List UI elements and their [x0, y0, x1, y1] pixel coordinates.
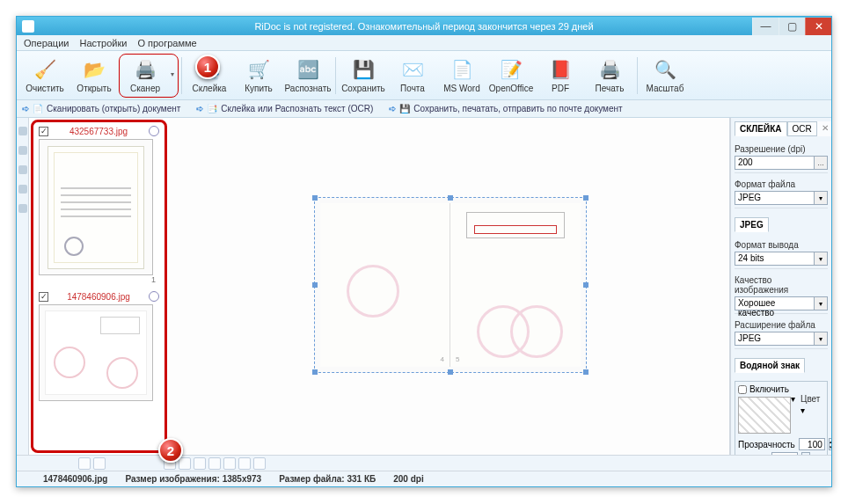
preview-canvas[interactable]: 4 5 — [169, 118, 730, 455]
thumbnail-panel: ✓ 432567733.jpg 1 ✓ 1478460906.jpg — [31, 120, 167, 453]
resize-handle[interactable] — [312, 369, 318, 375]
opacity-input[interactable] — [799, 438, 825, 450]
output-format-select[interactable]: 24 bits — [735, 252, 815, 266]
thumbnail-item[interactable]: ✓ 432567733.jpg 1 — [33, 122, 164, 288]
openoffice-button[interactable]: 📝OpenOffice — [486, 54, 536, 98]
left-tool-strip — [17, 118, 29, 455]
pdf-icon: 📕 — [549, 58, 572, 81]
ocr-button[interactable]: 🔤Распознать — [283, 54, 333, 98]
properties-panel: СКЛЕЙКА OCR ✕ Разрешение (dpi) 200… Форм… — [730, 118, 831, 455]
mail-button[interactable]: ✉️Почта — [388, 54, 437, 98]
title-bar[interactable]: RiDoc is not registered. Ознакомительный… — [17, 17, 831, 35]
hint-scan: Сканировать (открыть) документ — [47, 104, 180, 113]
format-label: Формат файла — [735, 179, 828, 189]
resize-handle[interactable] — [583, 369, 588, 375]
chevron-down-icon[interactable]: ▾ — [791, 394, 795, 431]
buy-button[interactable]: 🛒Купить — [234, 54, 283, 98]
main-toolbar: 🧹Очистить 📂Открыть 🖨️Сканер▾ 📑Склейка 🛒К… — [17, 51, 831, 100]
tool-icon[interactable] — [179, 457, 191, 470]
scanner-icon: 🖨️ — [134, 58, 157, 81]
watermark-pattern[interactable] — [738, 397, 791, 434]
brightness-icon[interactable] — [149, 291, 159, 302]
hint-save: Сохранить, печатать, отправить по почте … — [413, 104, 622, 113]
quality-select[interactable]: Хорошее качество — [735, 296, 815, 310]
side-tool-icon[interactable] — [18, 165, 27, 174]
scanner-button[interactable]: 🖨️Сканер▾ — [119, 54, 179, 98]
format-select[interactable]: JPEG — [735, 191, 815, 205]
tab-jpeg[interactable]: JPEG — [735, 217, 769, 232]
dpi-input[interactable]: 200 — [735, 156, 815, 170]
print-button[interactable]: 🖨️Печать — [585, 54, 634, 98]
annotation-callout-2: 2 — [158, 438, 183, 463]
menu-settings[interactable]: Настройки — [76, 36, 130, 50]
chevron-down-icon[interactable]: ▾ — [814, 252, 828, 266]
thumbnail-filename: 1478460906.jpg — [67, 292, 130, 302]
tab-ocr[interactable]: OCR — [787, 121, 817, 136]
save-button[interactable]: 💾Сохранить — [339, 54, 388, 98]
word-icon: 📄 — [450, 58, 473, 81]
watermark-enable-checkbox[interactable] — [738, 385, 747, 394]
thumbnail-checkbox[interactable]: ✓ — [39, 292, 48, 302]
chevron-down-icon[interactable]: ▾ — [814, 191, 828, 205]
tool-icon[interactable] — [93, 457, 106, 470]
tool-icon[interactable] — [78, 457, 91, 470]
menu-about[interactable]: О программе — [134, 36, 200, 50]
output-format-label: Формат вывода — [735, 240, 828, 250]
tool-icon[interactable] — [253, 457, 266, 470]
quality-label: Качество изображения — [735, 275, 828, 295]
clear-button[interactable]: 🧹Очистить — [20, 54, 69, 98]
extension-select[interactable]: JPEG — [735, 332, 815, 346]
arrow-icon: ➪ — [389, 104, 396, 113]
document-preview: 4 5 — [320, 203, 581, 367]
thumbnail-checkbox[interactable]: ✓ — [39, 127, 48, 136]
menu-operations[interactable]: Операции — [20, 36, 72, 50]
status-bar: 1478460906.jpg Размер изображения: 1385x… — [17, 471, 831, 486]
resize-handle[interactable] — [448, 369, 453, 375]
side-tool-icon[interactable] — [18, 185, 27, 194]
dpi-more-button[interactable]: … — [814, 156, 828, 170]
page-selection[interactable]: 4 5 — [314, 197, 587, 373]
brightness-icon[interactable] — [149, 126, 159, 136]
maximize-button[interactable]: ▢ — [779, 18, 805, 35]
menu-bar: Операции Настройки О программе — [17, 35, 831, 51]
spinner-icon[interactable]: ▴▾ — [829, 438, 831, 450]
save-icon: 💾 — [352, 58, 375, 81]
arrow-icon: ➪ — [22, 104, 29, 113]
resize-handle[interactable] — [312, 195, 318, 201]
tool-icon[interactable] — [194, 457, 206, 470]
minimize-button[interactable]: — — [752, 18, 779, 35]
chevron-down-icon[interactable]: ▾ — [800, 405, 805, 415]
thumbnail-item[interactable]: ✓ 1478460906.jpg — [33, 288, 164, 405]
zoom-button[interactable]: 🔍Масштаб — [640, 54, 690, 98]
side-tool-icon[interactable] — [18, 127, 27, 135]
status-filename: 1478460906.jpg — [43, 474, 107, 484]
arrow-icon: ➪ — [196, 104, 203, 113]
thumbnail-image[interactable] — [39, 139, 153, 275]
thumbnail-filename: 432567733.jpg — [69, 127, 128, 136]
resize-handle[interactable] — [448, 195, 453, 201]
chevron-down-icon[interactable]: ▾ — [814, 332, 828, 346]
tool-icon[interactable] — [238, 457, 251, 470]
pdf-button[interactable]: 📕PDF — [536, 54, 585, 98]
thumbnail-number: 1 — [39, 275, 159, 284]
word-button[interactable]: 📄MS Word — [437, 54, 486, 98]
tool-icon[interactable] — [208, 457, 221, 470]
watermark-group: Включить ▾ Цвет ▾ Прозрачность▴▾ Размер▴… — [735, 381, 828, 455]
panel-close-icon[interactable]: ✕ — [817, 121, 831, 136]
side-tool-icon[interactable] — [18, 146, 27, 155]
tool-icon[interactable] — [223, 457, 236, 470]
resize-handle[interactable] — [312, 282, 318, 288]
open-button[interactable]: 📂Открыть — [69, 54, 119, 98]
thumbnail-image[interactable] — [39, 304, 153, 401]
tab-watermark[interactable]: Водяной знак — [735, 358, 805, 373]
chevron-down-icon: ▾ — [171, 70, 174, 78]
side-tool-icon[interactable] — [18, 204, 27, 213]
resize-handle[interactable] — [583, 282, 588, 288]
hint-stitch: Склейка или Распознать текст (OCR) — [221, 104, 373, 113]
tab-stitch[interactable]: СКЛЕЙКА — [735, 121, 787, 136]
dpi-label: Разрешение (dpi) — [735, 144, 828, 154]
resize-handle[interactable] — [583, 195, 588, 201]
chevron-down-icon[interactable]: ▾ — [814, 296, 828, 310]
close-button[interactable]: ✕ — [805, 18, 831, 35]
bottom-toolstrip — [17, 455, 831, 471]
